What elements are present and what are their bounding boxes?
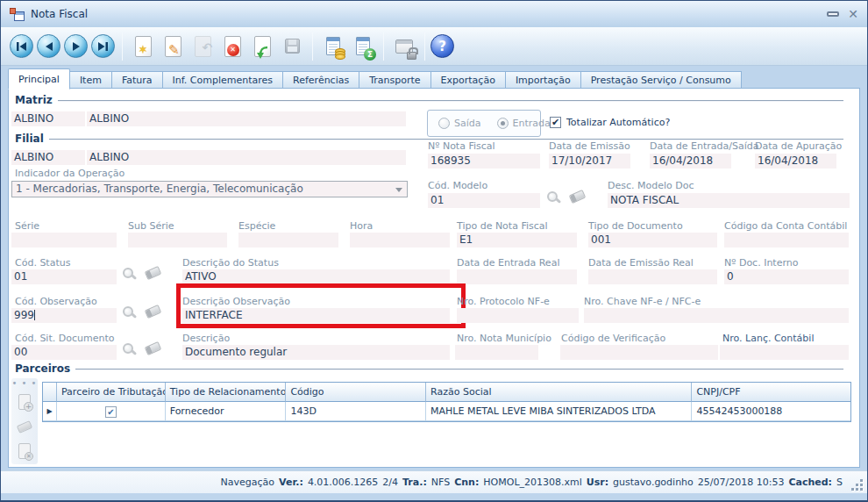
eraser-icon[interactable] — [569, 190, 587, 204]
green-arrow-icon — [256, 46, 270, 59]
cod-sit-documento-field[interactable]: 00 — [11, 345, 117, 360]
undo-icon: ↶ — [195, 36, 211, 57]
matriz-code-field[interactable]: ALBINO — [11, 111, 85, 126]
save-record-button[interactable] — [278, 32, 306, 61]
tipo-nota-fiscal-field[interactable]: E1 — [457, 233, 577, 247]
tab-fatura[interactable]: Fatura — [112, 71, 163, 89]
cell-tipo-relacionamento[interactable]: Fornecedor — [166, 402, 287, 421]
matriz-label: Matriz — [15, 94, 53, 106]
first-record-button[interactable] — [10, 34, 33, 58]
tab-exportacao[interactable]: Exportação — [431, 71, 506, 89]
post-record-button[interactable] — [248, 32, 276, 61]
cell-codigo[interactable]: 143D — [286, 402, 426, 421]
security-button[interactable] — [390, 32, 418, 61]
filial-code-field[interactable]: ALBINO — [11, 150, 85, 165]
cod-status-field[interactable]: 01 — [11, 269, 117, 284]
row-checkbox[interactable] — [105, 406, 117, 418]
search-icon[interactable] — [547, 191, 558, 202]
data-emissao-field[interactable]: 17/10/2017 — [549, 154, 630, 169]
tab-referencias[interactable]: Referências — [283, 71, 359, 89]
parceiros-section-header: Parceiros — [15, 362, 843, 375]
nro-lanc-contabil-field[interactable] — [720, 345, 849, 360]
column-header-tipo-relacionamento[interactable]: Tipo de Relacionamento — [166, 383, 287, 402]
descricao-field[interactable]: Documento regular — [182, 345, 450, 360]
indicador-operacao-combo[interactable]: 1 - Mercadorias, Transporte, Energia, Te… — [11, 181, 408, 197]
sub-serie-field[interactable] — [128, 233, 227, 247]
previous-record-button[interactable] — [37, 34, 60, 58]
resize-grip[interactable] — [851, 479, 863, 491]
cell-cnpj-cpf[interactable]: 45542453000188 — [692, 402, 850, 421]
hora-field[interactable] — [350, 233, 450, 247]
eraser-icon[interactable] — [145, 341, 162, 355]
search-icon[interactable] — [123, 268, 133, 278]
next-record-button[interactable] — [64, 34, 88, 58]
matriz-name-field[interactable]: ALBINO — [87, 111, 406, 126]
delete-record-button[interactable]: ✕ — [218, 32, 246, 61]
tab-transporte[interactable]: Transporte — [359, 71, 430, 89]
tab-inf-complementares[interactable]: Inf. Complementares — [163, 71, 284, 89]
table-row[interactable]: ▶ Fornecedor 143D MAHLE METAL LEVE MIBA … — [43, 402, 850, 421]
nro-nota-municipio-field[interactable] — [455, 345, 538, 360]
column-header-codigo[interactable]: Código — [286, 383, 426, 402]
nr-nota-fiscal-field[interactable]: 168935 — [428, 154, 540, 169]
tab-item[interactable]: Item — [70, 71, 112, 89]
summary-button[interactable]: Σ — [349, 32, 377, 61]
eraser-icon[interactable] — [145, 305, 162, 319]
cod-conta-contabil-field[interactable] — [724, 233, 849, 247]
radio-saida-label: Saída — [454, 118, 481, 129]
tab-prestacao-servico[interactable]: Prestação Serviço / Consumo — [581, 71, 742, 89]
data-apuracao-field[interactable]: 16/04/2018 — [755, 154, 836, 169]
drag-handle-icon[interactable]: • • • — [11, 380, 37, 387]
status-navigation: Navegação — [221, 477, 275, 488]
totalizar-checkbox-row: Totalizar Automático? — [550, 117, 670, 128]
serie-field[interactable] — [11, 233, 117, 247]
data-emissao-real-field[interactable] — [588, 269, 717, 284]
help-button[interactable]: ? — [430, 34, 454, 58]
chevron-down-icon — [395, 188, 402, 192]
undo-button[interactable]: ↶ — [189, 32, 217, 61]
radio-saida[interactable]: Saída — [438, 118, 481, 129]
nro-lanc-contabil-label: Nro. Lanç. Contábil — [722, 333, 814, 344]
new-record-button[interactable]: ✶ — [129, 32, 157, 61]
tipo-nota-fiscal-label: Tipo de Nota Fiscal — [457, 220, 548, 232]
close-button[interactable]: ✕ — [848, 8, 858, 20]
post-record-icon — [254, 36, 271, 57]
search-icon[interactable] — [123, 343, 133, 354]
last-record-button[interactable] — [91, 34, 115, 58]
add-partner-button[interactable]: + — [15, 392, 34, 412]
filial-name-field[interactable]: ALBINO — [87, 150, 406, 165]
totals-button[interactable] — [319, 32, 347, 61]
cell-razao-social[interactable]: MAHLE METAL LEVE MIBA SINTERIZADOS LTDA — [426, 402, 692, 421]
nro-protocolo-field[interactable] — [457, 308, 579, 323]
delete-partner-button[interactable]: ✕ — [15, 441, 34, 461]
minimize-button[interactable] — [827, 11, 839, 17]
data-entrada-real-field[interactable] — [457, 269, 577, 284]
cod-status-lookup — [123, 268, 160, 278]
column-header-razao-social[interactable]: Razão Social — [426, 383, 692, 402]
plus-icon: + — [24, 402, 33, 412]
especie-field[interactable] — [238, 233, 338, 247]
erase-partner-button[interactable] — [15, 417, 34, 436]
nr-doc-interno-field[interactable]: 0 — [724, 269, 849, 284]
nr-doc-interno-label: Nº Doc. Interno — [724, 257, 798, 269]
tab-importacao[interactable]: Importação — [506, 71, 581, 89]
tab-principal[interactable]: Principal — [8, 68, 70, 90]
cod-modelo-field[interactable]: 01 — [428, 193, 540, 208]
cod-observacao-field[interactable]: 999 — [11, 308, 117, 323]
tipo-documento-label: Tipo de Documento — [588, 220, 683, 232]
column-header-parceiro-tributacao[interactable]: Parceiro de Tributação — [57, 383, 166, 402]
tipo-documento-field[interactable]: 001 — [588, 233, 717, 247]
data-entrada-saida-field[interactable]: 16/04/2018 — [650, 154, 731, 169]
desc-modelo-field[interactable]: NOTA FISCAL — [608, 193, 850, 208]
totalizar-checkbox[interactable] — [550, 117, 561, 128]
nro-chave-field[interactable] — [584, 308, 849, 323]
search-icon[interactable] — [123, 306, 133, 317]
desc-status-field[interactable]: ATIVO — [182, 269, 450, 284]
eraser-icon[interactable] — [145, 266, 162, 280]
cod-verificacao-field[interactable] — [560, 345, 718, 360]
radio-entrada[interactable]: Entrada — [497, 118, 551, 129]
cell-parceiro-tributacao[interactable] — [57, 402, 166, 421]
next-record-icon — [72, 42, 81, 51]
edit-record-button[interactable]: ✎ — [159, 32, 187, 61]
column-header-cnpj-cpf[interactable]: CNPJ/CPF — [692, 383, 850, 402]
